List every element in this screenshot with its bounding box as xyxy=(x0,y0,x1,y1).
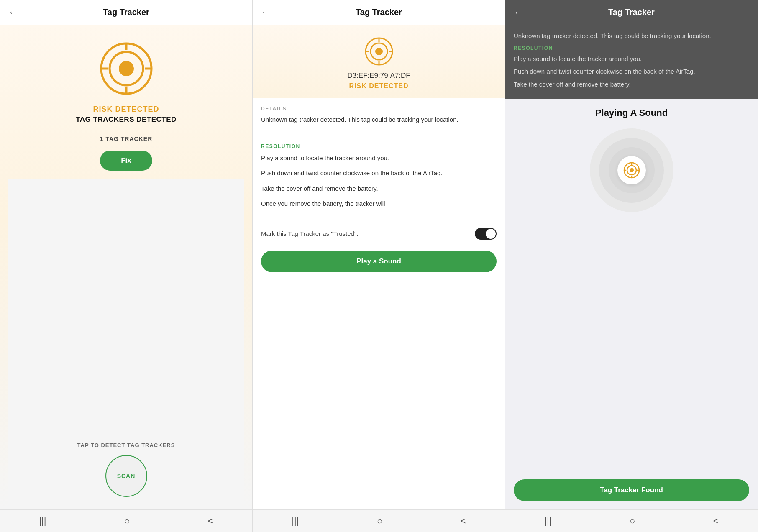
svg-point-2 xyxy=(119,61,134,76)
svg-point-16 xyxy=(630,168,634,172)
scan-button[interactable]: SCAN xyxy=(105,455,147,497)
panel2-back-button[interactable]: ← xyxy=(261,8,270,17)
panel3-res-step-1: Play a sound to locate the tracker aroun… xyxy=(514,54,749,64)
panel3-bottom-area: Playing A Sound Tag xyxy=(505,99,758,509)
panel2-header: ← Tag Tracker xyxy=(253,0,505,25)
resolution-step-1: Play a sound to locate the tracker aroun… xyxy=(261,153,497,163)
nav-menu-icon[interactable]: ||| xyxy=(39,516,46,527)
resolution-step-2: Push down and twist counter clockwise on… xyxy=(261,169,497,178)
panel3-nav-menu-icon[interactable]: ||| xyxy=(544,516,551,527)
nav-home-icon[interactable]: ○ xyxy=(124,516,130,527)
panel2-nav-menu-icon[interactable]: ||| xyxy=(292,516,299,527)
risk-target-icon xyxy=(99,41,154,97)
svg-point-9 xyxy=(375,48,383,55)
panel3-res-step-3: Take the cover off and remove the batter… xyxy=(514,80,749,90)
details-section: DETAILS Unknown tag tracker detected. Th… xyxy=(253,98,505,136)
device-id-text: D3:EF:E9:79:A7:DF xyxy=(347,72,410,80)
panel1-bottom: TAP TO DETECT TAG TRACKERS SCAN xyxy=(8,179,244,509)
panel-3: ← Tag Tracker Unknown tag tracker detect… xyxy=(505,0,758,532)
panel2-main: D3:EF:E9:79:A7:DF RISK DETECTED DETAILS … xyxy=(253,25,505,509)
tap-to-detect-text: TAP TO DETECT TAG TRACKERS xyxy=(77,442,175,448)
toggle-knob xyxy=(486,229,496,239)
resolution-step-4: Once you remove the battery, the tracker… xyxy=(261,199,497,209)
panel3-nav-back-icon[interactable]: < xyxy=(713,516,719,527)
nav-back-icon[interactable]: < xyxy=(208,516,213,527)
panel3-top-area: Unknown tag tracker detected. This tag c… xyxy=(505,25,758,99)
ripple-animation xyxy=(590,128,673,212)
panel3-bottom-nav: ||| ○ < xyxy=(505,509,758,532)
panel3-res-step-2: Push down and twist counter clockwise on… xyxy=(514,67,749,77)
panel2-nav-home-icon[interactable]: ○ xyxy=(377,516,382,527)
panel3-main: Unknown tag tracker detected. This tag c… xyxy=(505,25,758,509)
device-target-icon xyxy=(364,36,394,66)
details-label: DETAILS xyxy=(261,106,497,112)
trusted-label-text: Mark this Tag Tracker as "Trusted". xyxy=(261,230,358,237)
play-sound-button[interactable]: Play a Sound xyxy=(261,251,497,272)
resolution-section: RESOLUTION Play a sound to locate the tr… xyxy=(253,136,505,222)
panel2-bottom-nav: ||| ○ < xyxy=(253,509,505,532)
panel2-title: Tag Tracker xyxy=(356,8,402,17)
panel1-title: Tag Tracker xyxy=(103,8,149,17)
ripple-center-icon xyxy=(617,156,646,184)
trusted-toggle[interactable] xyxy=(475,228,497,240)
panel1-main: RISK DETECTED TAG TRACKERS DETECTED 1 TA… xyxy=(0,25,252,509)
panel1-bottom-nav: ||| ○ < xyxy=(0,509,252,532)
fix-button[interactable]: Fix xyxy=(100,151,152,171)
device-card: D3:EF:E9:79:A7:DF RISK DETECTED xyxy=(253,25,505,98)
scan-label: SCAN xyxy=(117,473,136,479)
tag-count-text: 1 TAG TRACKER xyxy=(100,136,153,142)
panel1-header: ← Tag Tracker xyxy=(0,0,252,25)
panel2-risk-detected: RISK DETECTED xyxy=(349,82,409,90)
panel3-resolution-label: RESOLUTION xyxy=(514,45,749,51)
panel-2: ← Tag Tracker D3:EF:E9:79:A7:DF RISK DET… xyxy=(253,0,505,532)
details-text: Unknown tag tracker detected. This tag c… xyxy=(261,115,497,125)
tag-trackers-detected-text: TAG TRACKERS DETECTED xyxy=(76,115,177,124)
panel3-back-button[interactable]: ← xyxy=(514,8,523,17)
panel3-title: Tag Tracker xyxy=(608,8,655,17)
resolution-step-3: Take the cover off and remove the batter… xyxy=(261,184,497,194)
panel3-nav-home-icon[interactable]: ○ xyxy=(630,516,635,527)
panel3-target-icon xyxy=(623,161,640,179)
risk-detected-text: RISK DETECTED xyxy=(93,105,159,114)
tag-tracker-found-button[interactable]: Tag Tracker Found xyxy=(514,479,749,501)
panel1-back-button[interactable]: ← xyxy=(8,8,18,17)
panel3-top-text: Unknown tag tracker detected. This tag c… xyxy=(514,31,749,41)
playing-sound-title: Playing A Sound xyxy=(595,107,668,118)
trusted-row: Mark this Tag Tracker as "Trusted". xyxy=(253,222,505,246)
panel-1: ← Tag Tracker RISK DETECTED TAG TRACKERS… xyxy=(0,0,253,532)
resolution-label: RESOLUTION xyxy=(261,143,497,149)
panel2-nav-back-icon[interactable]: < xyxy=(461,516,466,527)
panel3-header: ← Tag Tracker xyxy=(505,0,758,25)
